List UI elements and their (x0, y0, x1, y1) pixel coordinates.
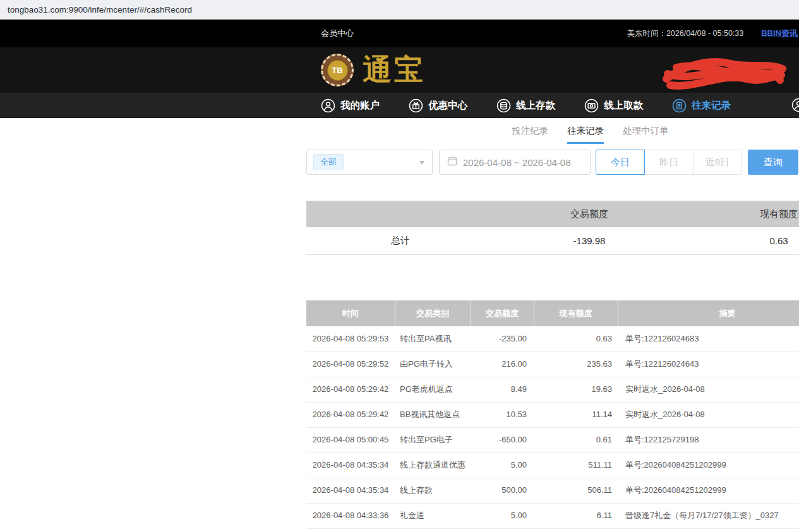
subnav-item-pending-orders[interactable]: 处理中订单 (623, 118, 669, 144)
today-button[interactable]: 今日 (596, 150, 645, 175)
table-cell: 由PG电子转入 (395, 352, 471, 377)
us-east-time: 美东时间：2026/04/08 - 05:50:33 (627, 28, 743, 39)
table-cell: 实时返水_2026-04-08 (618, 402, 799, 427)
table-cell: 5.00 (471, 503, 534, 528)
table-cell: 单号:202604084251202999 (618, 478, 799, 503)
table-cell: PG老虎机返点 (395, 377, 471, 402)
table-row: 2026-04-08 05:29:53转出至PA视讯-235.000.63单号:… (306, 326, 799, 352)
table-cell: 511.11 (534, 452, 618, 478)
brand-logo[interactable]: TB 通宝 (321, 54, 426, 86)
summary-total-row: 总计 -139.98 0.63 (306, 227, 799, 254)
table-cell: 216.00 (471, 352, 534, 377)
summary-table: 交易额度 现有额度 总计 -139.98 0.63 (306, 201, 799, 255)
col-header-transaction-amount: 交易额度 (471, 300, 534, 326)
table-row: 2026-04-08 05:29:42PG老虎机返点8.4919.63实时返水_… (306, 377, 799, 402)
main-nav: 我的账户 优惠中心 线上存款 (0, 93, 799, 118)
col-header-type: 交易类别 (395, 300, 471, 326)
category-select[interactable]: 全部 (306, 150, 433, 175)
col-header-summary: 摘要 (618, 300, 799, 326)
summary-total-transaction: -139.98 (495, 227, 684, 254)
gift-icon (409, 98, 423, 113)
table-cell: 单号:122126024643 (618, 352, 799, 377)
table-cell: 实时返水_2026-04-08 (618, 377, 799, 402)
summary-header-balance: 现有额度 (684, 201, 799, 227)
transactions-table: 时间 交易类别 交易额度 现有额度 摘要 2026-04-08 05:29:53… (306, 300, 799, 529)
table-row: 2026-04-08 05:00:45转出至PG电子-650.000.61单号:… (306, 427, 799, 452)
transactions-header-row: 时间 交易类别 交易额度 现有额度 摘要 (306, 300, 799, 326)
nav-label: 线上取款 (604, 99, 643, 112)
records-icon (672, 98, 687, 113)
table-cell: 500.00 (471, 478, 534, 503)
coins-icon (496, 98, 511, 113)
table-cell: 0.63 (534, 326, 618, 352)
nav-item-transaction-records[interactable]: 往来记录 (672, 98, 731, 113)
nav-item-my-account[interactable]: 我的账户 (321, 98, 380, 113)
nav-label: 我的账户 (340, 99, 380, 112)
calendar-icon (447, 156, 457, 168)
url-text: tongbao31.com:9900/infe/mcenter/#/cashRe… (8, 5, 192, 15)
table-cell: 8.49 (471, 377, 534, 402)
table-row: 2026-04-08 05:29:52由PG电子转入216.00235.63单号… (306, 352, 799, 377)
sub-nav: 投注纪录 往来记录 处理中订单 (0, 118, 799, 144)
table-cell: 10.53 (471, 402, 534, 427)
yesterday-button[interactable]: 昨日 (644, 150, 694, 175)
summary-header-row: 交易额度 现有额度 (306, 201, 799, 227)
table-cell: 晋级逢7礼金（每月7/17/27领工资）_0327 (618, 503, 799, 528)
summary-header-transaction: 交易额度 (495, 201, 684, 227)
table-cell: 单号:122125729198 (618, 427, 799, 452)
chevron-down-icon (419, 161, 424, 165)
table-cell: 2026-04-08 04:33:36 (306, 503, 395, 528)
last-8-days-button[interactable]: 近8日 (693, 150, 742, 175)
nav-item-partial-icon[interactable] (791, 98, 799, 115)
table-row: 2026-04-08 04:33:36礼金送5.006.11晋级逢7礼金（每月7… (306, 503, 799, 528)
nav-item-online-withdraw[interactable]: 线上取款 (584, 98, 643, 113)
table-cell: 转出至PA视讯 (395, 326, 471, 352)
nav-item-promotions[interactable]: 优惠中心 (409, 98, 467, 113)
table-cell: 11.14 (534, 402, 618, 427)
table-cell: 19.63 (534, 377, 618, 402)
table-cell: 2026-04-08 04:35:34 (306, 478, 395, 503)
col-header-time: 时间 (306, 300, 395, 326)
top-strip: 会员中心 美东时间：2026/04/08 - 05:50:33 BBIN资讯 (0, 20, 799, 47)
table-cell: 2026-04-08 04:35:34 (306, 452, 395, 478)
nav-item-online-deposit[interactable]: 线上存款 (496, 98, 555, 113)
table-cell: 单号:122126024683 (618, 326, 799, 352)
table-row: 2026-04-08 04:35:34线上存款500.00506.11单号:20… (306, 478, 799, 503)
tb-chip-icon: TB (321, 54, 354, 86)
table-cell: 礼金送 (395, 503, 471, 528)
search-button[interactable]: 查询 (748, 150, 798, 175)
redacted-scribble-icon (661, 55, 788, 92)
user-icon (321, 98, 335, 113)
nav-label: 往来记录 (692, 99, 731, 112)
table-cell: 2026-04-08 05:00:45 (306, 427, 395, 452)
member-center-link[interactable]: 会员中心 (321, 28, 354, 39)
header-band: TB 通宝 (0, 47, 799, 93)
date-range-value: 2026-04-08 ~ 2026-04-08 (463, 157, 571, 168)
top-strip-right: 美东时间：2026/04/08 - 05:50:33 BBIN资讯 (627, 28, 799, 39)
table-cell: 2026-04-08 05:29:53 (306, 326, 395, 352)
tb-chip-label: TB (327, 60, 348, 81)
subnav-label: 投注纪录 (512, 125, 548, 137)
table-cell: -650.00 (471, 427, 534, 452)
table-cell: -235.00 (471, 326, 534, 352)
banknote-icon (584, 98, 599, 113)
table-cell: 转出至PG电子 (395, 427, 471, 452)
browser-url-bar[interactable]: tongbao31.com:9900/infe/mcenter/#/cashRe… (0, 0, 799, 20)
summary-header-empty (306, 201, 495, 227)
table-row: 2026-04-08 04:35:34线上存款通道优惠5.00511.11单号:… (306, 452, 799, 478)
table-cell: 2026-04-08 05:29:52 (306, 352, 395, 377)
filter-bar: 全部 2026-04-08 ~ 2026-04-08 今日 昨日 近8日 查询 (306, 150, 798, 175)
date-range-picker[interactable]: 2026-04-08 ~ 2026-04-08 (439, 150, 591, 175)
brand-name: 通宝 (363, 56, 426, 85)
table-cell: 线上存款 (395, 478, 471, 503)
page: tongbao31.com:9900/infe/mcenter/#/cashRe… (0, 0, 799, 532)
summary-total-balance: 0.63 (684, 227, 799, 254)
table-cell: 0.61 (534, 427, 618, 452)
table-cell: 506.11 (534, 478, 618, 503)
table-row: 2026-04-08 05:29:42BB视讯其他返点10.5311.14实时返… (306, 402, 799, 427)
nav-label: 线上存款 (516, 99, 555, 112)
subnav-item-bet-records[interactable]: 投注纪录 (512, 118, 548, 144)
subnav-item-transaction-records[interactable]: 往来记录 (567, 118, 604, 144)
bbin-news-link[interactable]: BBIN资讯 (761, 28, 798, 39)
subnav-label: 往来记录 (567, 125, 604, 137)
